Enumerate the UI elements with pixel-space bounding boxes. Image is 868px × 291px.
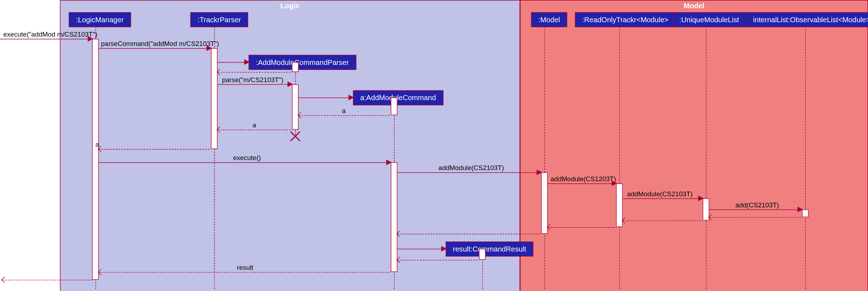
participant-observable-list: internalList:ObservableList<Module> bbox=[746, 12, 868, 27]
label-parse: parse("m/CS2103T") bbox=[222, 76, 284, 84]
label-a1: a bbox=[342, 107, 345, 115]
activation-parser-2 bbox=[292, 84, 299, 130]
arrow-head bbox=[537, 170, 542, 175]
arrow-ret-final bbox=[2, 280, 92, 281]
arrow-ret-result bbox=[99, 272, 390, 273]
label-addmodule3: addModule(CS2103T) bbox=[627, 190, 693, 198]
label-a2: a bbox=[253, 121, 256, 129]
arrow-create-cmdresult bbox=[398, 249, 444, 249]
label-addmodule1: addModule(CS2103T) bbox=[438, 164, 504, 172]
participant-unique-module-list: :UniqueModuleList bbox=[672, 12, 746, 27]
arrow-head-open bbox=[1, 277, 8, 283]
arrow-parsecommand bbox=[99, 48, 209, 49]
arrow-execute2 bbox=[99, 162, 389, 163]
activation-addcmd-2 bbox=[391, 162, 398, 272]
arrow-ret-model bbox=[398, 234, 540, 235]
arrow-head bbox=[386, 160, 392, 165]
lifeline-observable-list bbox=[805, 27, 806, 289]
arrow-ret-a3 bbox=[99, 149, 210, 150]
participant-add-module-command-parser: :AddModuleCommandParser bbox=[249, 55, 356, 70]
arrow-head bbox=[698, 196, 704, 201]
arrow-ret-a1 bbox=[299, 115, 390, 116]
arrow-ret-rotrackr bbox=[548, 227, 615, 228]
arrow-head bbox=[798, 207, 803, 212]
label-a3: a bbox=[96, 141, 99, 149]
arrow-ret-a2 bbox=[217, 130, 291, 130]
label-execute1: execute("addMod m/CS2103T") bbox=[3, 30, 97, 38]
arrow-head bbox=[349, 95, 354, 100]
logic-frame-title: Logic bbox=[60, 1, 519, 11]
participant-model: :Model bbox=[531, 12, 567, 27]
label-parsecommand: parseCommand("addMod m/CS2103T") bbox=[101, 40, 219, 48]
label-add: add(CS2103T) bbox=[735, 201, 779, 209]
participant-readonly-trackr: :ReadOnlyTrackr<Module> bbox=[575, 12, 676, 27]
arrow-ret-cmdresult bbox=[398, 260, 478, 261]
arrow-add bbox=[709, 210, 800, 210]
arrow-addmodule2 bbox=[548, 183, 614, 184]
participant-add-module-command: a:AddModuleCommand bbox=[353, 90, 443, 105]
activation-logic-manager bbox=[92, 39, 99, 280]
destroy-icon bbox=[290, 131, 301, 142]
activation-trackr-parser bbox=[211, 48, 218, 149]
activation-model-1 bbox=[541, 172, 548, 234]
arrow-head bbox=[244, 59, 249, 65]
arrow-ret-obs bbox=[709, 217, 801, 218]
lifeline-readonly-trackr bbox=[619, 27, 620, 289]
sequence-diagram: Logic Model :LogicManager :TrackrParser … bbox=[0, 0, 868, 291]
label-result: result bbox=[237, 264, 253, 272]
model-frame: Model bbox=[520, 0, 868, 291]
activation-cmdresult bbox=[479, 249, 486, 260]
model-frame-title: Model bbox=[520, 1, 867, 11]
lifeline-unique-module-list bbox=[706, 27, 707, 289]
arrow-execute1 bbox=[0, 39, 90, 39]
activation-addcmd-1 bbox=[391, 98, 398, 115]
arrow-ret-create-parser bbox=[217, 72, 291, 73]
label-execute2: execute() bbox=[233, 154, 261, 162]
arrow-head bbox=[288, 81, 293, 87]
arrow-create-parser bbox=[217, 62, 246, 63]
participant-command-result: result:CommandResult bbox=[446, 241, 533, 257]
arrow-parse bbox=[217, 84, 290, 85]
label-addmodule2: addModule(CS1203T) bbox=[551, 175, 616, 183]
arrow-addmodule1 bbox=[398, 172, 539, 173]
lifeline-command-result bbox=[482, 256, 483, 289]
arrow-addmodule3 bbox=[623, 198, 701, 199]
activation-parser-1 bbox=[292, 62, 299, 72]
arrow-create-addcmd bbox=[299, 98, 351, 98]
arrow-ret-unique bbox=[623, 221, 702, 221]
participant-logic-manager: :LogicManager bbox=[69, 12, 131, 27]
participant-trackr-parser: :TrackrParser bbox=[190, 12, 248, 27]
lifeline-model bbox=[545, 27, 545, 289]
arrow-head bbox=[441, 246, 447, 252]
